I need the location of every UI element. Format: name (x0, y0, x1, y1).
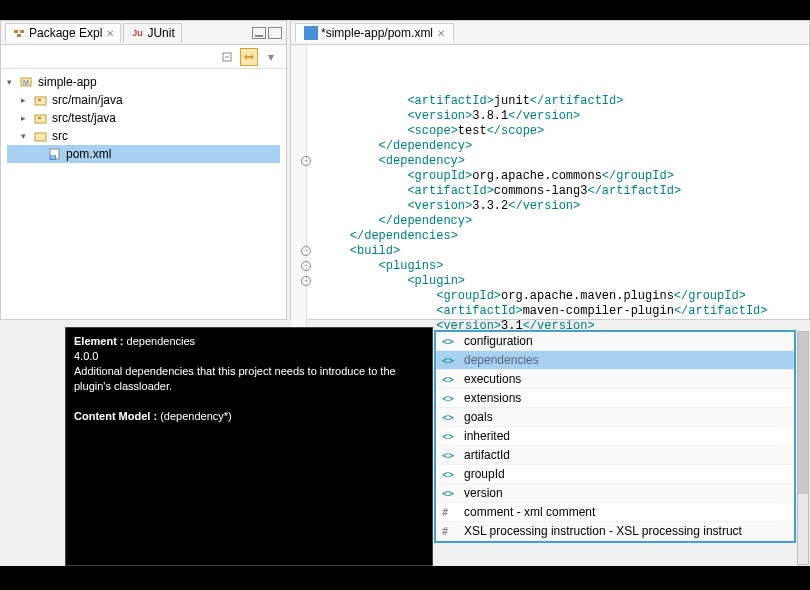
expand-icon[interactable]: ▸ (21, 113, 31, 123)
editor-line[interactable]: − <dependency> (321, 154, 809, 169)
explorer-toolbar: ▾ (1, 45, 286, 69)
tree-label: src/main/java (52, 93, 123, 107)
svg-rect-8 (38, 99, 41, 101)
editor-line[interactable]: <scope>test</scope> (321, 124, 809, 139)
editor-line[interactable]: − <plugins> (321, 259, 809, 274)
autocomplete-label: XSL processing instruction - XSL process… (464, 524, 742, 538)
autocomplete-item[interactable]: <>extensions (436, 389, 794, 408)
autocomplete-item[interactable]: <>inherited (436, 427, 794, 446)
tree-node-src-test[interactable]: ▸ src/test/java (7, 109, 280, 127)
editor-tabs: *simple-app/pom.xml ✕ (291, 21, 809, 45)
link-editor-icon[interactable] (240, 48, 258, 66)
tab-close-icon[interactable]: ✕ (106, 28, 114, 39)
xml-file-icon (304, 26, 318, 40)
expand-icon[interactable]: ▸ (21, 95, 31, 105)
autocomplete-item[interactable]: <>version (436, 484, 794, 503)
scrollbar-thumb[interactable] (798, 332, 808, 494)
editor-line[interactable]: <artifactId>commons-lang3</artifactId> (321, 184, 809, 199)
fold-icon[interactable]: − (301, 246, 311, 256)
editor-line[interactable]: − <plugin> (321, 274, 809, 289)
maven-project-icon: M (19, 75, 35, 89)
tooltip-version: 4.0.0 (74, 349, 424, 364)
svg-rect-10 (38, 117, 41, 119)
hash-icon: # (442, 526, 458, 537)
fold-icon[interactable]: − (301, 276, 311, 286)
editor-line[interactable]: <artifactId>maven-compiler-plugin</artif… (321, 304, 809, 319)
editor-line[interactable]: − <build> (321, 244, 809, 259)
collapse-all-icon[interactable] (218, 48, 236, 66)
editor-line[interactable]: <groupId>org.apache.commons</groupId> (321, 169, 809, 184)
tree-node-src[interactable]: ▾ src (7, 127, 280, 145)
svg-text:M: M (23, 79, 29, 86)
xml-file-icon: M (47, 147, 63, 161)
autocomplete-item[interactable]: <>groupId (436, 465, 794, 484)
autocomplete-list[interactable]: <>configuration<>dependencies<>execution… (436, 332, 794, 541)
editor-line[interactable]: <version>3.3.2</version> (321, 199, 809, 214)
package-explorer-icon (12, 26, 26, 40)
tree-node-src-main[interactable]: ▸ src/main/java (7, 91, 280, 109)
fold-icon[interactable]: − (301, 156, 311, 166)
tab-label: JUnit (147, 26, 174, 40)
autocomplete-item[interactable]: <>artifactId (436, 446, 794, 465)
svg-rect-11 (35, 133, 46, 141)
fold-icon[interactable]: − (301, 261, 311, 271)
autocomplete-item[interactable]: #XSL processing instruction - XSL proces… (436, 522, 794, 541)
tree-label: src/test/java (52, 111, 116, 125)
autocomplete-scrollbar[interactable] (797, 331, 809, 565)
tree-label: simple-app (38, 75, 97, 89)
maximize-icon[interactable] (268, 27, 282, 39)
documentation-tooltip: Element : dependencies 4.0.0 Additional … (65, 327, 433, 566)
expand-icon[interactable]: ▾ (7, 77, 17, 87)
editor-tab-pom[interactable]: *simple-app/pom.xml ✕ (295, 23, 454, 42)
expand-spacer (35, 149, 45, 159)
svg-rect-2 (17, 34, 21, 37)
package-folder-icon (33, 111, 49, 125)
editor-line[interactable]: </dependencies> (321, 229, 809, 244)
editor-line[interactable]: </dependency> (321, 214, 809, 229)
view-menu-icon[interactable]: ▾ (262, 48, 280, 66)
xml-tag-icon: <> (442, 469, 458, 480)
svg-text:M: M (51, 154, 55, 160)
view-tabs: Package Expl ✕ Ju JUnit (1, 21, 286, 45)
tooltip-description: Additional dependencies that this projec… (74, 364, 414, 394)
editor-tab-label: *simple-app/pom.xml (321, 26, 433, 40)
xml-tag-icon: <> (442, 355, 458, 366)
tab-close-icon[interactable]: ✕ (437, 28, 445, 39)
autocomplete-item[interactable]: <>executions (436, 370, 794, 389)
tooltip-model-line: Content Model : (dependency*) (74, 409, 424, 424)
editor-line[interactable]: </dependency> (321, 139, 809, 154)
package-explorer-panel: Package Expl ✕ Ju JUnit ▾ ▾ (0, 20, 287, 320)
tab-label: Package Expl (29, 26, 102, 40)
tab-package-explorer[interactable]: Package Expl ✕ (5, 23, 121, 42)
editor-line[interactable]: <artifactId>junit</artifactId> (321, 94, 809, 109)
autocomplete-label: configuration (464, 334, 533, 348)
autocomplete-item[interactable]: <>goals (436, 408, 794, 427)
junit-icon: Ju (130, 26, 144, 40)
xml-tag-icon: <> (442, 393, 458, 404)
editor-line[interactable]: <version>3.8.1</version> (321, 109, 809, 124)
autocomplete-item[interactable]: <>configuration (436, 332, 794, 351)
svg-rect-0 (14, 30, 18, 33)
tree-node-project[interactable]: ▾ M simple-app (7, 73, 280, 91)
xml-tag-icon: <> (442, 450, 458, 461)
minimize-icon[interactable] (252, 27, 266, 39)
autocomplete-label: inherited (464, 429, 510, 443)
autocomplete-label: dependencies (464, 353, 539, 367)
tooltip-element-line: Element : dependencies (74, 334, 424, 349)
autocomplete-item[interactable]: #comment - xml comment (436, 503, 794, 522)
tree-label: src (52, 129, 68, 143)
autocomplete-popup: <>configuration<>dependencies<>execution… (434, 330, 796, 543)
autocomplete-label: goals (464, 410, 493, 424)
editor-line[interactable]: <groupId>org.apache.maven.plugins</group… (321, 289, 809, 304)
autocomplete-item[interactable]: <>dependencies (436, 351, 794, 370)
expand-icon[interactable]: ▾ (21, 131, 31, 141)
ide-window: Package Expl ✕ Ju JUnit ▾ ▾ (0, 20, 810, 566)
tab-junit[interactable]: Ju JUnit (123, 23, 181, 42)
editor-panel: *simple-app/pom.xml ✕ <artifactId>junit<… (290, 20, 810, 320)
autocomplete-label: artifactId (464, 448, 510, 462)
tree-node-pom-xml[interactable]: M pom.xml (7, 145, 280, 163)
autocomplete-label: groupId (464, 467, 505, 481)
package-folder-icon (33, 93, 49, 107)
xml-tag-icon: <> (442, 412, 458, 423)
tree-label: pom.xml (66, 147, 111, 161)
